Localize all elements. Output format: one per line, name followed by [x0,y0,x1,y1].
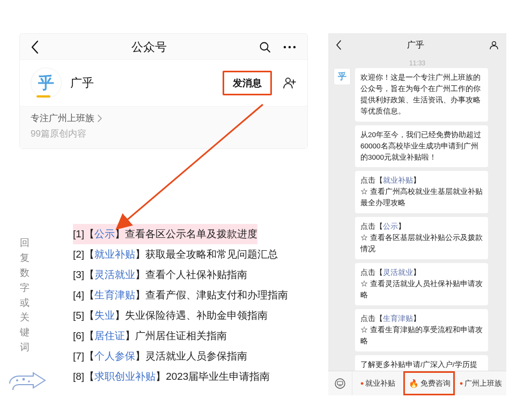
reply-item-index: [2] [73,249,84,260]
official-account-header: 公众号 [20,34,307,59]
official-account-body: 乎 广乎 发消息 [20,59,307,106]
reply-item-text: 灵活就业人员参保指南 [145,350,247,362]
chat-message: 从20年至今，我们已经免费协助超过60000名高校毕业生成功申请到广州的3000… [334,125,501,168]
keyboard-toggle-icon[interactable] [328,378,352,389]
chat-header: 广乎 [328,33,506,57]
reply-item-keyword: 失业 [94,310,115,321]
message-text: 欢迎你！这是一个专注广州上班族的公众号，旨在为每个在广州工作的你提供利好政策、生… [360,73,481,115]
reply-item-text: 2023届毕业生申请指南 [166,371,270,382]
message-text: 点击【 [360,314,383,322]
chat-message: 了解更多补贴申请/广深入户/学历提升等资讯，可直接联系我们咨询♡ [334,355,501,371]
official-account-footer: 专注广州上班族 99篇原创内容 [20,106,307,148]
svg-point-7 [16,379,18,381]
decorative-cheese-arrow-icon [8,371,50,399]
chat-menu-item[interactable]: ●就业补贴 [352,371,403,395]
reply-item-index: [8] [73,371,84,382]
reply-item-text: 查看个人社保补贴指南 [145,269,247,280]
reply-item-text: 失业保险待遇、补助金申领指南 [125,310,268,321]
svg-point-3 [289,46,291,48]
reply-instruction-label: 回复数字或关键词 [19,236,30,355]
reply-item-keyword: 求职创业补贴 [94,371,156,382]
keyword-reply-item[interactable]: [2]【就业补贴】获取最全攻略和常见问题汇总 [73,244,288,265]
send-message-button[interactable]: 发消息 [223,71,272,95]
reply-item-text: 广州居住证相关指南 [135,330,227,341]
reply-item-keyword: 公示 [94,228,115,239]
svg-point-4 [293,46,296,48]
reply-item-text: 查看各区公示名单及拨款进度 [125,228,257,239]
message-text: 点击【 [360,222,383,230]
official-account-card: 公众号 乎 广乎 发消息 专注广州上 [19,33,308,149]
reply-item-index: [7] [73,350,84,362]
reply-item-index: [4] [73,289,84,301]
chat-avatar[interactable]: 乎 [334,68,351,85]
message-link[interactable]: 就业补贴 [383,176,413,184]
reply-item-keyword: 就业补贴 [94,249,135,260]
message-bubble: 欢迎你！这是一个专注广州上班族的公众号，旨在为每个在广州工作的你提供利好政策、生… [355,68,488,122]
keyword-reply-item[interactable]: [6]【居住证】广州居住证相关指南 [73,326,288,346]
svg-point-11 [335,379,345,388]
keyword-reply-item[interactable]: [4]【生育津贴】查看产假、津贴支付和办理指南 [73,285,288,305]
message-bubble: 点击【就业补贴】☆ 查看广州高校就业生基层就业补贴最全办理攻略 [355,171,488,213]
menu-dot-icon: ● [360,380,364,386]
avatar-glyph: 乎 [38,72,54,94]
message-text: 点击【 [360,268,383,276]
message-bubble: 点击【灵活就业】☆ 查看灵活就业人员社保补贴申请攻略 [355,263,488,305]
chevron-right-icon [98,115,102,122]
menu-item-label: 就业补贴 [365,379,395,388]
message-bubble: 从20年至今，我们已经免费协助超过60000名高校毕业生成功申请到广州的3000… [355,125,488,168]
message-link[interactable]: 生育津贴 [383,314,413,322]
header-title: 公众号 [131,39,167,55]
more-icon[interactable] [283,45,297,49]
keyword-reply-item[interactable]: [7]【个人参保】灵活就业人员参保指南 [73,346,288,366]
reply-item-text: 查看产假、津贴支付和办理指南 [145,289,288,301]
keyword-reply-item[interactable]: [3]【灵活就业】查看个人社保补贴指南 [73,265,288,285]
account-article-count: 99篇原创内容 [31,128,297,140]
reply-item-text: 获取最全攻略和常见问题汇总 [145,249,278,260]
account-avatar[interactable]: 乎 [31,68,62,99]
back-icon[interactable] [336,40,342,50]
message-bubble: 点击【公示】☆ 查看各区基层就业补贴公示及拨款情况 [355,217,488,259]
chat-bottom-menu: ●就业补贴🔥免费咨询●广州上班族 [328,371,506,395]
reply-item-keyword: 居住证 [94,330,125,341]
keyword-reply-item[interactable]: [1]【公示】查看各区公示名单及拨款进度 [73,224,257,244]
search-icon[interactable] [259,41,271,53]
add-friend-icon[interactable] [283,77,297,89]
message-bubble: 点击【生育津贴】☆ 查看生育津贴的享受流程和申请攻略 [355,309,488,351]
account-tagline: 专注广州上班族 [31,112,94,124]
chat-message: 点击【就业补贴】☆ 查看广州高校就业生基层就业补贴最全办理攻略 [334,171,501,213]
back-icon[interactable] [31,40,39,54]
message-text: 了解更多补贴申请/广深入户/学历提升等资讯，可直接联系我们咨询♡ [360,361,477,371]
reply-item-keyword: 灵活就业 [94,269,135,280]
profile-icon[interactable] [489,40,499,50]
account-name[interactable]: 广乎 [70,75,94,91]
svg-rect-12 [337,381,343,385]
chat-title: 广乎 [407,40,424,51]
keyword-reply-item[interactable]: [8]【求职创业补贴】2023届毕业生申请指南 [73,366,288,387]
chat-menu-item[interactable]: ●广州上班族 [455,371,506,395]
message-text: 点击【 [360,176,383,184]
message-bubble: 了解更多补贴申请/广深入户/学历提升等资讯，可直接联系我们咨询♡ [355,355,488,371]
reply-item-keyword: 个人参保 [94,350,135,362]
chat-message-list: 乎欢迎你！这是一个专注广州上班族的公众号，旨在为每个在广州工作的你提供利好政策、… [328,68,506,371]
message-text: 从20年至今，我们已经免费协助超过60000名高校毕业生成功申请到广州的3000… [360,131,481,161]
reply-item-index: [5] [73,310,84,321]
account-tagline-row[interactable]: 专注广州上班族 [31,112,297,124]
chat-message: 点击【生育津贴】☆ 查看生育津贴的享受流程和申请攻略 [334,309,501,351]
chat-screen: 广乎 11:33 乎欢迎你！这是一个专注广州上班族的公众号，旨在为每个在广州工作… [328,33,506,395]
menu-item-label: 广州上班族 [464,379,502,388]
keyword-reply-list: [1]【公示】查看各区公示名单及拨款进度[2]【就业补贴】获取最全攻略和常见问题… [73,224,288,387]
message-link[interactable]: 公示 [383,222,398,230]
message-link[interactable]: 灵活就业 [383,268,413,276]
reply-item-index: [6] [73,330,84,341]
menu-dot-icon: ● [460,380,463,386]
chat-message: 乎欢迎你！这是一个专注广州上班族的公众号，旨在为每个在广州工作的你提供利好政策、… [334,68,501,122]
svg-point-10 [492,42,496,46]
chat-menu-item[interactable]: 🔥免费咨询 [403,371,455,395]
svg-line-1 [267,49,270,52]
keyword-reply-item[interactable]: [5]【失业】失业保险待遇、补助金申领指南 [73,305,288,326]
fire-icon: 🔥 [409,379,419,388]
svg-point-8 [23,378,25,381]
chat-message: 点击【灵活就业】☆ 查看灵活就业人员社保补贴申请攻略 [334,263,501,305]
chat-timestamp: 11:33 [328,57,506,68]
svg-point-9 [28,380,30,382]
